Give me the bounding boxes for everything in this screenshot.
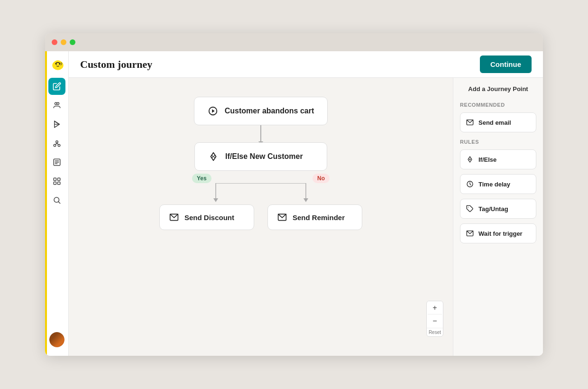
panel-rules-label: Rules — [460, 139, 536, 145]
svg-point-5 — [57, 102, 59, 105]
mailchimp-logo — [49, 56, 64, 71]
panel-item-tag-untag[interactable]: Tag/Untag — [460, 199, 536, 219]
panel-item-send-email[interactable]: Send email — [460, 112, 536, 132]
sidebar — [45, 51, 69, 356]
svg-point-3 — [59, 64, 60, 65]
branch-yes-label: Yes — [192, 174, 211, 183]
svg-marker-27 — [213, 198, 218, 202]
email-icon-right — [277, 213, 287, 222]
send-discount-node[interactable]: Send Discount — [159, 204, 254, 230]
sidebar-item-content[interactable] — [48, 154, 65, 171]
panel-item-ifelse[interactable]: If/Else — [460, 149, 536, 169]
topbar: Custom journey Continue — [69, 51, 543, 78]
sidebar-item-edit[interactable] — [48, 78, 65, 95]
play-icon — [208, 106, 218, 116]
panel-title: Add a Journey Point — [460, 85, 536, 95]
panel-item-wait-trigger[interactable]: Wait for trigger — [460, 223, 536, 243]
sidebar-item-audience[interactable] — [48, 97, 65, 114]
zoom-controls: + − Reset — [426, 301, 443, 337]
avatar[interactable] — [49, 332, 64, 347]
panel-tag-untag-label: Tag/Untag — [478, 205, 508, 213]
journey-panel: Add a Journey Point Recommended Send ema… — [453, 78, 543, 356]
browser-titlebar — [45, 33, 543, 51]
browser-window: Custom journey Continue Customer abandon… — [45, 33, 543, 356]
send-discount-label: Send Discount — [184, 213, 234, 222]
branch-no-label: No — [312, 174, 330, 183]
journey-flow: Customer abandons cart If/Else New Custo… — [69, 78, 453, 356]
zoom-out-button[interactable]: − — [428, 315, 442, 328]
ifelse-label: If/Else New Customer — [225, 152, 303, 161]
svg-point-10 — [58, 144, 60, 147]
tag-icon — [466, 205, 474, 213]
panel-wait-trigger-label: Wait for trigger — [478, 230, 523, 237]
email-icon-left — [169, 213, 179, 222]
main-content: Custom journey Continue Customer abandon… — [69, 51, 543, 356]
svg-rect-18 — [57, 178, 60, 180]
branch-area: Yes No — [78, 171, 443, 230]
zoom-in-button[interactable]: + — [428, 301, 442, 315]
browser-dot-green — [70, 39, 75, 45]
sidebar-item-integrations[interactable] — [48, 173, 65, 190]
ifelse-node[interactable]: If/Else New Customer — [194, 142, 327, 171]
panel-ifelse-label: If/Else — [478, 156, 496, 163]
zoom-reset-button[interactable]: Reset — [427, 328, 443, 336]
send-reminder-label: Send Reminder — [293, 213, 345, 222]
svg-point-9 — [54, 144, 56, 147]
sidebar-item-search[interactable] — [48, 192, 65, 209]
panel-send-email-label: Send email — [478, 119, 511, 126]
clock-icon — [466, 180, 474, 188]
branch-labels-row: Yes No — [173, 171, 349, 183]
browser-dot-red — [52, 39, 57, 45]
browser-dot-yellow — [61, 39, 66, 45]
sidebar-item-automations[interactable] — [48, 135, 65, 152]
svg-rect-20 — [57, 182, 60, 185]
svg-point-2 — [55, 64, 57, 65]
svg-marker-24 — [212, 109, 215, 112]
svg-rect-17 — [54, 178, 56, 180]
panel-item-time-delay[interactable]: Time delay — [460, 174, 536, 194]
trigger-node[interactable]: Customer abandons cart — [194, 97, 328, 125]
svg-rect-19 — [54, 182, 56, 185]
sidebar-accent — [45, 51, 47, 356]
sidebar-item-campaigns[interactable] — [48, 116, 65, 133]
journey-canvas: Customer abandons cart If/Else New Custo… — [69, 78, 543, 356]
avatar-image — [49, 332, 64, 347]
connector-1 — [260, 125, 261, 142]
panel-recommended-label: Recommended — [460, 102, 536, 108]
wait-trigger-icon — [466, 230, 474, 237]
page-title: Custom journey — [80, 58, 480, 71]
panel-time-delay-label: Time delay — [478, 181, 510, 188]
send-email-icon — [466, 119, 474, 126]
svg-marker-30 — [303, 198, 308, 202]
continue-button[interactable]: Continue — [480, 56, 532, 73]
browser-content: Custom journey Continue Customer abandon… — [45, 51, 543, 356]
send-reminder-node[interactable]: Send Reminder — [267, 204, 362, 230]
branch-arrows — [173, 183, 349, 204]
svg-line-12 — [57, 143, 58, 144]
ifelse-icon — [208, 151, 219, 162]
branch-nodes: Send Discount Send Reminder — [159, 204, 362, 230]
ifelse-panel-icon — [466, 156, 474, 163]
trigger-label: Customer abandons cart — [225, 107, 314, 115]
svg-point-21 — [54, 197, 59, 203]
svg-line-22 — [58, 202, 60, 203]
